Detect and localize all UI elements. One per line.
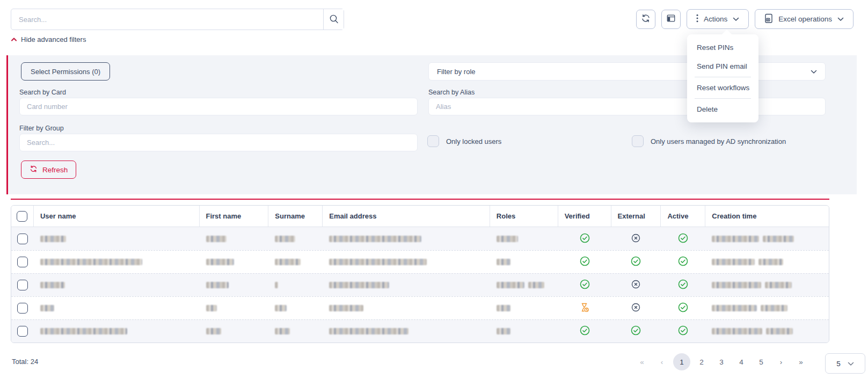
users-table: User name First name Surname Email addre… <box>11 205 829 343</box>
chevron-down-icon <box>837 15 844 23</box>
cell-email-address <box>323 227 490 250</box>
column-header-user-name[interactable]: User name <box>34 206 200 227</box>
card-number-input[interactable] <box>19 98 418 115</box>
cell-surname <box>268 320 323 343</box>
redacted-text <box>712 305 757 311</box>
redacted-text <box>40 328 127 334</box>
cell-active <box>661 227 705 250</box>
hourglass-icon verified-status <box>579 302 590 315</box>
cell-active <box>661 251 705 273</box>
chevron-down-icon <box>733 15 739 23</box>
excel-operations-button[interactable]: Excel operations <box>755 9 854 29</box>
pagination-first-button[interactable]: « <box>633 353 651 370</box>
cell-external <box>611 227 661 250</box>
menu-divider <box>695 77 751 77</box>
menu-divider <box>695 98 751 99</box>
cell-roles <box>490 297 558 319</box>
menu-item-reset-workflows[interactable]: Reset workflows <box>687 78 758 97</box>
cell-external <box>611 297 661 319</box>
menu-item-reset-pins[interactable]: Reset PINs <box>687 38 758 57</box>
column-header-roles[interactable]: Roles <box>490 206 558 227</box>
cell-surname <box>268 251 323 273</box>
redacted-text <box>206 305 217 311</box>
row-checkbox[interactable] <box>17 257 28 267</box>
cell-user-name <box>34 274 200 296</box>
table-row <box>11 319 829 343</box>
redacted-text <box>712 282 761 288</box>
row-checkbox[interactable] <box>17 280 28 290</box>
redacted-text <box>712 236 759 242</box>
pagination-next-button[interactable]: › <box>772 353 790 370</box>
refresh-icon <box>30 165 38 174</box>
column-header-verified[interactable]: Verified <box>558 206 611 227</box>
select-all-checkbox[interactable] <box>17 211 27 222</box>
table-row <box>11 250 829 273</box>
column-header-creation-time[interactable]: Creation time <box>705 206 829 227</box>
only-locked-users-checkbox[interactable] <box>427 135 439 147</box>
alias-input[interactable] <box>428 98 826 115</box>
pagination-page-3[interactable]: 3 <box>713 353 730 370</box>
menu-caret <box>721 30 732 35</box>
page-size-select[interactable]: 5 <box>825 353 865 374</box>
pagination-page-2[interactable]: 2 <box>693 353 710 370</box>
pagination-page-5[interactable]: 5 <box>753 353 770 370</box>
cell-email-address <box>323 251 490 273</box>
pagination-page-1[interactable]: 1 <box>673 353 690 370</box>
filters-refresh-button[interactable]: Refresh <box>21 161 76 179</box>
cell-external <box>611 274 661 296</box>
cell-external <box>611 251 661 273</box>
chevron-down-icon <box>848 360 854 368</box>
menu-item-send-pin-email[interactable]: Send PIN email <box>687 57 758 76</box>
redacted-text <box>712 259 755 265</box>
cell-email-address <box>323 274 490 296</box>
refresh-table-button[interactable] <box>636 10 655 29</box>
column-header-email-address[interactable]: Email address <box>323 206 490 227</box>
cell-creation-time <box>705 297 829 319</box>
column-header-active[interactable]: Active <box>661 206 705 227</box>
column-header-first-name[interactable]: First name <box>200 206 269 227</box>
group-search-input[interactable] <box>19 134 418 151</box>
search-by-alias-label: Search by Alias <box>428 89 475 96</box>
pagination-last-button[interactable]: » <box>792 353 809 370</box>
search-button[interactable] <box>323 9 344 30</box>
cell-user-name <box>34 320 200 343</box>
menu-item-delete[interactable]: Delete <box>687 100 758 119</box>
redacted-text <box>528 282 544 288</box>
excel-file-icon <box>764 13 773 25</box>
redacted-text <box>497 259 510 265</box>
column-header-surname[interactable]: Surname <box>268 206 323 227</box>
ad-sync-option: Only users managed by AD synchronization <box>632 135 786 147</box>
row-checkbox[interactable] <box>17 326 28 337</box>
row-checkbox[interactable] <box>17 234 28 244</box>
redacted-text <box>761 305 787 311</box>
pagination-prev-button[interactable]: ‹ <box>653 353 670 370</box>
hide-advanced-filters-toggle[interactable]: Hide advanced filters <box>11 35 86 43</box>
table-row <box>11 296 829 319</box>
column-header-external[interactable]: External <box>611 206 661 227</box>
cell-email-address <box>323 297 490 319</box>
check-circle-icon external-status <box>630 256 641 268</box>
search-input[interactable] <box>11 9 323 30</box>
cell-first-name <box>200 274 269 296</box>
hide-advanced-filters-label: Hide advanced filters <box>21 35 86 43</box>
ad-sync-checkbox[interactable] <box>632 135 644 147</box>
redacted-text <box>40 282 65 288</box>
pagination-page-4[interactable]: 4 <box>733 353 750 370</box>
redacted-text <box>40 259 142 265</box>
redacted-text <box>329 282 389 288</box>
role-filter-value: Filter by role <box>437 68 476 76</box>
redacted-text <box>763 236 794 242</box>
cell-verified <box>558 227 611 250</box>
redacted-text <box>497 328 510 334</box>
row-checkbox[interactable] <box>17 303 28 314</box>
accent-divider <box>11 199 829 200</box>
select-permissions-button[interactable]: Select Permissions (0) <box>21 62 110 81</box>
check-circle-icon active-status <box>677 302 689 315</box>
actions-button[interactable]: Actions <box>687 9 749 29</box>
ad-sync-label: Only users managed by AD synchronization <box>651 137 786 145</box>
role-filter-select[interactable]: Filter by role <box>428 62 826 81</box>
cell-roles <box>490 227 558 250</box>
columns-settings-button[interactable] <box>661 10 681 29</box>
page-size-value: 5 <box>836 360 841 368</box>
check-circle-icon verified-status <box>579 232 590 245</box>
